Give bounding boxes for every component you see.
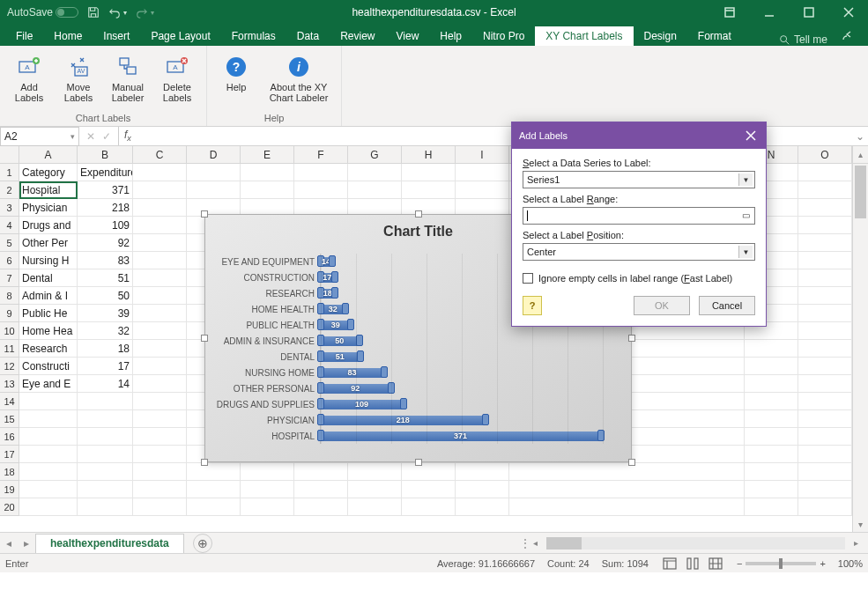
cell[interactable] <box>133 269 187 287</box>
cell[interactable] <box>19 446 78 463</box>
hscroll-left[interactable]: ◂ <box>529 536 543 550</box>
chart-bar[interactable]: 92 <box>321 384 390 394</box>
cell[interactable] <box>745 463 798 481</box>
cell[interactable] <box>294 481 348 498</box>
sheet-nav-prev[interactable]: ◂ <box>0 537 18 549</box>
cell[interactable] <box>294 181 348 199</box>
col-head-f[interactable]: F <box>294 146 348 163</box>
cell[interactable] <box>133 428 187 446</box>
cell[interactable] <box>19 393 78 410</box>
range-input[interactable]: ▭ <box>523 207 755 225</box>
cell[interactable]: 371 <box>78 181 133 199</box>
tab-format[interactable]: Format <box>687 26 742 46</box>
resize-handle-e[interactable] <box>628 335 635 342</box>
cell[interactable] <box>78 446 133 463</box>
cell[interactable]: Other Per <box>19 234 78 252</box>
cell[interactable] <box>798 340 852 358</box>
cell[interactable] <box>745 428 798 446</box>
tab-xy-chart-labels[interactable]: XY Chart Labels <box>535 26 633 46</box>
row-head[interactable]: 11 <box>0 340 19 358</box>
tab-nitro-pro[interactable]: Nitro Pro <box>472 26 535 46</box>
dialog-close-button[interactable] <box>743 128 759 144</box>
cell[interactable] <box>133 181 187 199</box>
manual-labeler-button[interactable]: Manual Labeler <box>106 50 150 112</box>
row-head[interactable]: 3 <box>0 199 19 217</box>
col-head-d[interactable]: D <box>187 146 241 163</box>
cell[interactable] <box>798 498 852 516</box>
tab-review[interactable]: Review <box>330 26 385 46</box>
row-head[interactable]: 20 <box>0 498 19 516</box>
cell[interactable]: 17 <box>78 358 133 375</box>
horizontal-scrollbar[interactable] <box>546 537 845 549</box>
autosave-toggle[interactable]: AutoSave <box>7 6 78 18</box>
chart-bar[interactable]: 83 <box>321 368 383 378</box>
save-button[interactable] <box>87 6 100 18</box>
row-head[interactable]: 5 <box>0 234 19 252</box>
accept-formula-icon[interactable]: ✓ <box>102 130 111 143</box>
cell[interactable] <box>798 199 852 217</box>
new-sheet-button[interactable]: ⊕ <box>193 534 212 553</box>
cell[interactable] <box>241 481 294 498</box>
col-head-o[interactable]: O <box>798 146 852 163</box>
tab-insert[interactable]: Insert <box>93 26 140 46</box>
cell[interactable] <box>456 164 509 181</box>
cell[interactable] <box>348 164 402 181</box>
cell[interactable]: Hospital <box>19 181 78 199</box>
cell[interactable] <box>402 164 456 181</box>
move-labels-button[interactable]: AV Move Labels <box>56 50 100 112</box>
share-button[interactable] <box>835 29 863 46</box>
cell[interactable] <box>798 463 852 481</box>
dialog-help-button[interactable]: ? <box>523 296 542 315</box>
cell[interactable]: Category <box>19 164 78 181</box>
select-all-corner[interactable] <box>0 146 19 163</box>
tab-file[interactable]: File <box>5 26 43 46</box>
col-head-c[interactable]: C <box>133 146 187 163</box>
col-head-g[interactable]: G <box>348 146 402 163</box>
resize-handle-se[interactable] <box>628 459 635 466</box>
cell[interactable] <box>798 217 852 234</box>
help-button[interactable]: ? Help <box>214 50 258 112</box>
cell[interactable]: Drugs and <box>19 217 78 234</box>
cell[interactable] <box>798 234 852 252</box>
minimize-button[interactable] <box>749 0 789 25</box>
cell[interactable] <box>509 463 745 481</box>
series-select[interactable]: Series1 ▼ <box>523 171 755 188</box>
cell[interactable] <box>745 375 798 393</box>
close-button[interactable] <box>828 0 868 25</box>
row-head[interactable]: 16 <box>0 428 19 446</box>
cell[interactable] <box>133 446 187 463</box>
hscroll-right[interactable]: ▸ <box>849 536 863 550</box>
cell[interactable] <box>133 393 187 410</box>
cell[interactable]: Dental <box>19 269 78 287</box>
cell[interactable] <box>187 498 241 516</box>
cell[interactable] <box>19 428 78 446</box>
cell[interactable]: Public He <box>19 305 78 322</box>
view-normal-icon[interactable] <box>661 557 679 571</box>
cell[interactable] <box>798 287 852 305</box>
formula-expand-icon[interactable]: ⌄ <box>852 130 868 143</box>
chart-bar[interactable]: 14 <box>321 257 331 267</box>
chart-bar[interactable]: 32 <box>321 305 345 314</box>
view-page-break-icon[interactable] <box>707 557 724 571</box>
cell[interactable]: Home Hea <box>19 322 78 340</box>
row-head[interactable]: 4 <box>0 217 19 234</box>
tab-help[interactable]: Help <box>429 26 472 46</box>
cell[interactable] <box>745 340 798 358</box>
cell[interactable] <box>133 234 187 252</box>
row-head[interactable]: 9 <box>0 305 19 322</box>
fx-icon[interactable]: fx <box>119 129 137 143</box>
cell[interactable] <box>187 481 241 498</box>
cell[interactable]: 218 <box>78 199 133 217</box>
cell[interactable] <box>798 252 852 269</box>
cell[interactable] <box>402 481 456 498</box>
row-head[interactable]: 10 <box>0 322 19 340</box>
cell[interactable] <box>402 463 456 481</box>
view-page-layout-icon[interactable] <box>684 557 701 571</box>
zoom-level[interactable]: 100% <box>838 558 863 569</box>
undo-button[interactable]: ▾ <box>108 6 127 18</box>
cell[interactable] <box>348 481 402 498</box>
cell[interactable] <box>19 463 78 481</box>
cell[interactable] <box>133 322 187 340</box>
range-picker-icon[interactable]: ▭ <box>739 210 752 223</box>
cell[interactable] <box>745 481 798 498</box>
